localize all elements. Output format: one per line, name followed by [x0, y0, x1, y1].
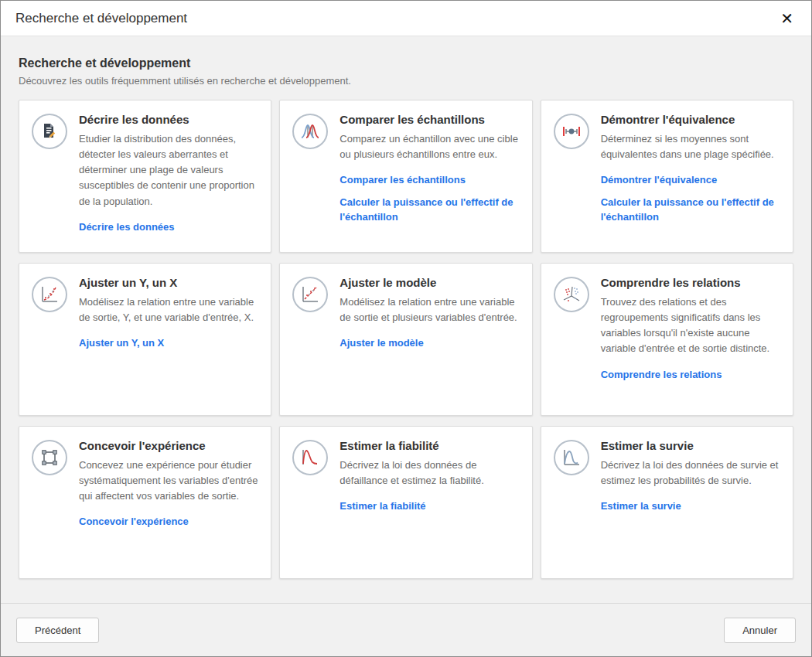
card-estimate-survival: Estimer la survie Décrivez la loi des do…: [541, 426, 793, 579]
card-describe-data: Décrire les données Etudier la distribut…: [19, 100, 271, 253]
window-title: Recherche et développement: [15, 11, 187, 26]
card-description: Décrivez la loi des données de survie et…: [601, 458, 780, 488]
tool-card-grid: Décrire les données Etudier la distribut…: [19, 100, 793, 579]
link-calculer-puissance-effectif[interactable]: Calculer la puissance ou l'effectif de l…: [339, 195, 519, 225]
card-description: Modélisez la relation entre une variable…: [339, 294, 519, 325]
titlebar: Recherche et développement ✕: [1, 1, 811, 36]
link-calculer-puissance-effectif[interactable]: Calculer la puissance ou l'effectif de l…: [601, 195, 780, 225]
card-description: Concevez une expérience pour étudier sys…: [79, 458, 258, 504]
link-demontrer-equivalence[interactable]: Démontrer l'équivalence: [601, 172, 780, 188]
card-estimate-reliability: Estimer la fiabilité Décrivez la loi des…: [279, 426, 532, 579]
3d-scatter-icon: [554, 277, 589, 312]
link-ajuster-le-modele[interactable]: Ajuster le modèle: [339, 335, 519, 351]
card-description: Comparez un échantillon avec une cible o…: [339, 131, 519, 162]
failure-distribution-icon: [292, 440, 328, 475]
design-square-icon: [32, 440, 67, 475]
link-comparer-les-echantillons[interactable]: Comparer les échantillons: [339, 172, 519, 188]
card-description: Décrivez la loi des données de défaillan…: [339, 458, 519, 488]
card-title: Comprendre les relations: [601, 276, 780, 289]
card-title: Décrire les données: [79, 113, 258, 126]
card-understand-relations: Comprendre les relations Trouvez des rel…: [541, 263, 793, 416]
dialog-footer: Précédent Annuler: [1, 603, 811, 656]
card-title: Ajuster le modèle: [339, 276, 519, 289]
card-title: Concevoir l'expérience: [79, 439, 258, 452]
link-estimer-la-fiabilite[interactable]: Estimer la fiabilité: [339, 499, 519, 514]
card-title: Démontrer l'équivalence: [601, 113, 780, 126]
equivalence-interval-icon: [554, 114, 589, 149]
link-decrire-les-donnees[interactable]: Décrire les données: [79, 220, 258, 235]
card-fit-model: Ajuster le modèle Modélisez la relation …: [279, 263, 532, 416]
card-title: Ajuster un Y, un X: [79, 276, 258, 289]
dialog-content: Recherche et développement Découvrez les…: [1, 36, 811, 603]
page-subtitle: Découvrez les outils fréquemment utilisé…: [19, 75, 793, 87]
back-button[interactable]: Précédent: [16, 618, 99, 643]
card-design-experiment: Concevoir l'expérience Concevez une expé…: [19, 426, 271, 579]
link-concevoir-experience[interactable]: Concevoir l'expérience: [79, 514, 258, 529]
card-fit-y-x: Ajuster un Y, un X Modélisez la relation…: [19, 263, 271, 416]
scatter-curve-icon: [32, 277, 67, 312]
card-title: Estimer la survie: [601, 439, 780, 452]
dialog-window: Recherche et développement ✕ Recherche e…: [0, 0, 812, 657]
card-title: Comparer les échantillons: [339, 113, 519, 126]
link-estimer-la-survie[interactable]: Estimer la survie: [601, 499, 780, 514]
two-distribution-curves-icon: [292, 114, 328, 149]
card-description: Modélisez la relation entre une variable…: [79, 294, 258, 325]
card-description: Trouvez des relations et des regroupemen…: [601, 294, 780, 357]
scatter-fit-line-icon: [292, 277, 328, 312]
card-description: Déterminez si les moyennes sont équivale…: [601, 131, 780, 162]
link-comprendre-les-relations[interactable]: Comprendre les relations: [601, 367, 780, 383]
card-description: Etudier la distribution des données, dét…: [79, 131, 258, 209]
page-title: Recherche et développement: [19, 56, 793, 70]
cancel-button[interactable]: Annuler: [724, 618, 796, 643]
card-title: Estimer la fiabilité: [339, 439, 519, 452]
card-compare-samples: Comparer les échantillons Comparez un éc…: [279, 100, 532, 253]
link-ajuster-un-y-un-x[interactable]: Ajuster un Y, un X: [79, 335, 258, 351]
card-demonstrate-equivalence: Démontrer l'équivalence Déterminez si le…: [541, 100, 793, 253]
close-icon[interactable]: ✕: [777, 9, 797, 28]
document-pencil-icon: [32, 114, 67, 149]
survival-distribution-icon: [554, 440, 589, 475]
